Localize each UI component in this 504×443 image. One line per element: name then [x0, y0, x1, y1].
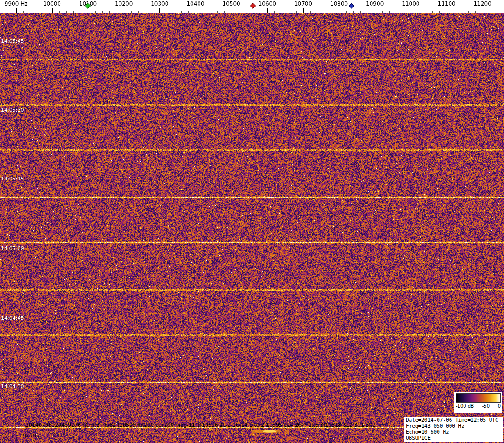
- info-station-name: OBSUPICE: [406, 435, 501, 441]
- ruler-frequency-label: 10900: [366, 0, 384, 7]
- ruler-minor-tick: [109, 11, 110, 13]
- ruler-minor-tick: [253, 11, 253, 13]
- ruler-frequency-label: 9900 Hz: [5, 0, 28, 7]
- ruler-minor-tick: [490, 11, 490, 13]
- ruler-frequency-label: 10800: [330, 0, 348, 7]
- info-frequency: Freq=143 050 000 Hz: [406, 423, 501, 429]
- ruler-frequency-label: 11000: [402, 0, 419, 7]
- ruler-frequency-label: 10700: [294, 0, 312, 7]
- ruler-minor-tick: [382, 11, 383, 13]
- ruler-minor-tick: [23, 11, 24, 13]
- ti-annotation: ^ti-19: [20, 433, 37, 439]
- ruler-major-tick: [267, 8, 268, 13]
- ruler-minor-tick: [138, 11, 139, 13]
- frequency-marker-red[interactable]: [250, 3, 256, 9]
- ruler-minor-tick: [2, 11, 2, 13]
- ruler-frequency-label: 10000: [43, 0, 61, 7]
- ruler-minor-tick: [217, 11, 218, 13]
- legend-min-label: -100 dB: [456, 403, 474, 409]
- intensity-legend: -100 dB -50 0: [454, 392, 502, 413]
- detection-data-line: 20140706120419276 hCmt3 nb-82 f10596 hit…: [26, 422, 376, 428]
- ruler-minor-tick: [454, 11, 454, 13]
- ruler-major-tick: [447, 8, 447, 13]
- ruler-frequency-label: 11200: [474, 0, 491, 7]
- ruler-minor-tick: [497, 11, 497, 13]
- ruler-minor-tick: [353, 11, 354, 13]
- ruler-minor-tick: [31, 11, 31, 13]
- ruler-minor-tick: [59, 11, 60, 13]
- info-date-time: Date=2014-07-06 Time=12:05 UTC: [406, 417, 501, 423]
- legend-mid-label: -50: [482, 403, 490, 409]
- ruler-minor-tick: [289, 11, 289, 13]
- ruler-major-tick: [339, 8, 339, 13]
- ruler-major-tick: [232, 8, 232, 13]
- ruler-minor-tick: [9, 11, 9, 13]
- ruler-minor-tick: [174, 11, 174, 13]
- ruler-minor-tick: [360, 11, 361, 13]
- ruler-minor-tick: [73, 11, 74, 13]
- ruler-minor-tick: [38, 11, 38, 13]
- ruler-minor-tick: [332, 11, 332, 13]
- ruler-minor-tick: [167, 11, 167, 13]
- ruler-minor-tick: [224, 11, 225, 13]
- frequency-ruler: 9900 Hz100001010010200103001040010500106…: [0, 0, 504, 13]
- ruler-minor-tick: [468, 11, 469, 13]
- ruler-minor-tick: [418, 11, 418, 13]
- ruler-major-tick: [124, 8, 124, 13]
- ruler-frequency-label: 10400: [186, 0, 204, 7]
- ruler-minor-tick: [146, 11, 146, 13]
- ruler-major-tick: [303, 8, 304, 13]
- ruler-minor-tick: [425, 11, 425, 13]
- intensity-legend-labels: -100 dB -50 0: [456, 403, 501, 409]
- ruler-minor-tick: [439, 11, 440, 13]
- ruler-minor-tick: [246, 11, 246, 13]
- ruler-minor-tick: [318, 11, 318, 13]
- ruler-major-tick: [411, 8, 411, 13]
- ruler-minor-tick: [346, 11, 347, 13]
- ruler-major-tick: [196, 8, 196, 13]
- ruler-minor-tick: [188, 11, 189, 13]
- ruler-minor-tick: [239, 11, 239, 13]
- ruler-minor-tick: [461, 11, 461, 13]
- ruler-major-tick: [375, 8, 375, 13]
- ruler-frequency-label: 10600: [259, 0, 276, 7]
- ruler-minor-tick: [475, 11, 476, 13]
- ruler-minor-tick: [397, 11, 397, 13]
- info-echo-frequency: Echo=10 600 Hz: [406, 429, 501, 435]
- observation-info-box: Date=2014-07-06 Time=12:05 UTC Freq=143 …: [404, 417, 503, 442]
- ruler-minor-tick: [404, 11, 404, 13]
- ruler-minor-tick: [153, 11, 153, 13]
- ruler-minor-tick: [95, 11, 96, 13]
- frequency-marker-blue[interactable]: [349, 3, 355, 9]
- legend-max-label: 0: [498, 403, 501, 409]
- ruler-minor-tick: [325, 11, 325, 13]
- ruler-minor-tick: [432, 11, 433, 13]
- ruler-minor-tick: [181, 11, 182, 13]
- ruler-minor-tick: [203, 11, 203, 13]
- ruler-minor-tick: [81, 11, 81, 13]
- ruler-minor-tick: [66, 11, 67, 13]
- ruler-minor-tick: [131, 11, 132, 13]
- ruler-major-tick: [483, 8, 483, 13]
- spectrogram-canvas: [0, 13, 504, 443]
- ruler-minor-tick: [102, 11, 103, 13]
- intensity-gradient-bar: [456, 393, 501, 403]
- ruler-minor-tick: [368, 11, 368, 13]
- ruler-minor-tick: [210, 11, 210, 13]
- ruler-minor-tick: [117, 11, 117, 13]
- ruler-frequency-label: 10500: [223, 0, 240, 7]
- ruler-major-tick: [88, 8, 88, 13]
- ruler-minor-tick: [296, 11, 297, 13]
- ruler-frequency-label: 11100: [438, 0, 456, 7]
- ruler-frequency-label: 10300: [151, 0, 168, 7]
- ruler-minor-tick: [45, 11, 45, 13]
- ruler-frequency-label: 10200: [115, 0, 133, 7]
- ruler-minor-tick: [260, 11, 260, 13]
- ruler-minor-tick: [282, 11, 282, 13]
- ruler-major-tick: [52, 8, 53, 13]
- ruler-minor-tick: [389, 11, 390, 13]
- ruler-major-tick: [159, 8, 160, 13]
- ruler-minor-tick: [274, 11, 275, 13]
- spectrogram-app-window: 9900 Hz100001010010200103001040010500106…: [0, 0, 504, 443]
- ruler-major-tick: [16, 8, 17, 13]
